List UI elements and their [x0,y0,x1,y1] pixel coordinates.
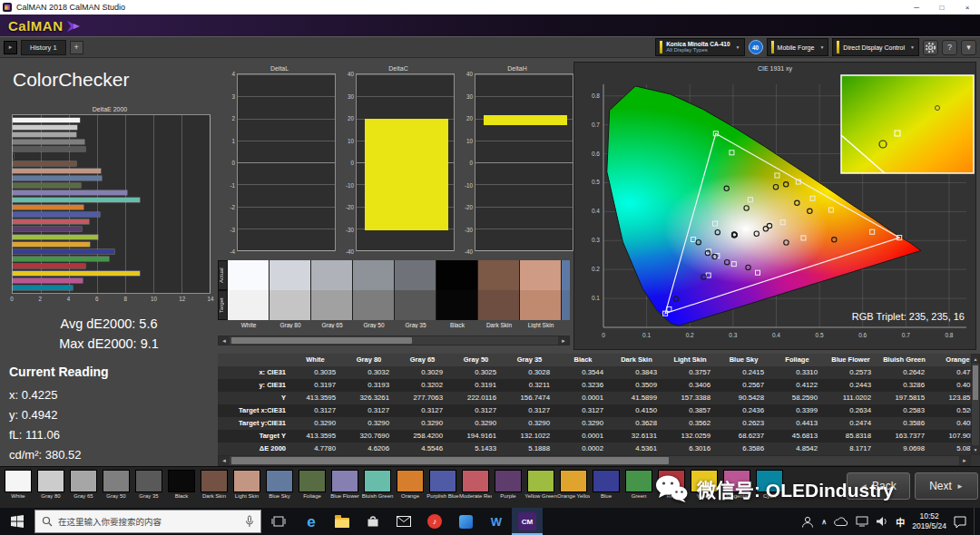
taskbar-app-mail[interactable] [388,508,419,535]
ime-indicator[interactable]: 中 [896,515,905,529]
table-h-scrollbar[interactable]: ◄ ► [218,455,971,466]
swatch-compare: Actual Target WhiteGray 80Gray 65Gray 50… [218,260,570,333]
close-button[interactable]: × [955,0,980,15]
minimize-button[interactable]: ─ [904,0,929,15]
taskbar-app-photos[interactable] [450,508,481,535]
microphone-icon[interactable] [245,515,254,528]
table-scroll-track[interactable] [230,456,959,465]
table-cell: 0.2573 [826,366,879,379]
patch-gray-80[interactable]: Gray 80 [34,470,67,508]
chart-bar [484,115,567,125]
swatch-pair-white[interactable]: White [228,260,270,333]
scroll-left-icon[interactable]: ◄ [219,336,230,345]
table-cell: 32.6131 [612,430,665,443]
swatch-pair-gray-80[interactable]: Gray 80 [270,260,311,333]
maximize-button[interactable]: □ [929,0,955,15]
patch-green[interactable]: Green [622,470,655,508]
taskbar-clock[interactable]: 10:52 2019/5/24 [912,511,946,530]
scroll-left-icon[interactable]: ◄ [219,456,230,465]
patch-gray-35[interactable]: Gray 35 [132,470,165,508]
taskbar-app-music[interactable]: ♪ [419,508,450,535]
people-button[interactable] [801,516,814,528]
table-cell: 0.3236 [558,379,612,392]
show-desktop-button[interactable] [974,508,977,535]
cie-chart-title: CIE 1931 xy [574,64,975,73]
source-selector[interactable]: Mobile Forge ▼ [767,38,829,56]
patch-white[interactable]: White [2,470,34,508]
action-center-button[interactable] [954,516,966,528]
patch-light-skin[interactable]: Light Skin [230,470,263,508]
patch-gray-65[interactable]: Gray 65 [67,470,100,508]
patch-purple[interactable]: Purple [492,470,524,508]
volume-button[interactable] [876,516,888,527]
patch-dark-skin[interactable]: Dark Skin [198,470,230,508]
table-scroll-thumb[interactable] [231,457,669,464]
chevron-down-icon[interactable]: ▼ [910,44,915,50]
display-control-selector[interactable]: Direct Display Control ▼ [832,38,919,56]
taskbar-app-word[interactable]: W [481,508,512,535]
scroll-up-icon[interactable]: ▲ [972,355,979,364]
cie-x-tick-label: 0.1 [642,332,651,338]
table-vscroll-thumb[interactable] [973,365,978,400]
patch-blue[interactable]: Blue [590,470,622,508]
collapse-button[interactable]: ▾ [961,40,976,55]
patch-black[interactable]: Black [165,470,198,508]
swatch-target [353,290,395,320]
swatch-scroll-thumb[interactable] [231,337,412,344]
task-view-button[interactable] [261,508,296,535]
patch-blue-sky[interactable]: Blue Sky [263,470,296,508]
swatch-pair-black[interactable]: Black [436,260,478,333]
next-button[interactable]: Next ► [915,472,978,500]
search-box[interactable]: 在这里输入你要搜索的内容 [34,510,261,533]
network-icon [856,516,868,527]
help-button[interactable]: ? [942,40,957,55]
swatch-scrollbar[interactable]: ◄ ► [218,336,570,345]
settings-button[interactable] [923,40,938,55]
swatch-pair-gray-50[interactable]: Gray 50 [353,260,395,333]
chart-gridline [357,74,454,75]
max-de2000: Max dE2000: 9.1 [0,336,218,351]
patch-bluish-green[interactable]: Bluish Green [361,470,394,508]
swatch-target [311,290,353,320]
meter-selector[interactable]: Konica Minolta CA-410 All Display Types … [655,38,744,56]
menu-button[interactable]: ▸ [4,41,17,54]
network-button[interactable] [856,516,868,527]
swatch-pair-light-skin[interactable]: Light Skin [520,260,562,333]
cie-svg: 00.10.20.30.40.50.60.70.80.10.20.30.40.5… [576,73,975,347]
swatch-pair-blue-sky[interactable]: Blue Sky [562,260,570,333]
taskbar-app-edge[interactable]: e [296,508,327,535]
patch-orange[interactable]: Orange [394,470,426,508]
patch-purplish-blue[interactable]: Purplish Blue [426,470,459,508]
patch-foliage[interactable]: Foliage [296,470,328,508]
de-bar-orange [13,205,83,209]
patch-gray-50[interactable]: Gray 50 [100,470,132,508]
scroll-down-icon[interactable]: ▼ [972,445,979,454]
patch-yellow-green[interactable]: Yellow Green [524,470,557,508]
patch-moderate-red[interactable]: Moderate Red [459,470,492,508]
add-page-button[interactable]: + [70,41,83,54]
table-cell: 0.4150 [612,404,665,417]
tab-history-1[interactable]: History 1 [21,40,66,55]
table-v-scrollbar[interactable]: ▲ ▼ [971,354,980,455]
chevron-down-icon[interactable]: ▼ [736,44,740,50]
de-bar-foliage [13,183,81,188]
table-cell: 0.3290 [451,417,505,430]
patch-blue-flower[interactable]: Blue Flower [328,470,361,508]
taskbar-app-calman[interactable]: CM [512,508,543,535]
swatch-pair-dark-skin[interactable]: Dark Skin [478,260,520,333]
chevron-down-icon[interactable]: ▼ [819,44,824,50]
y-tick-label: 20 [348,115,354,122]
swatch-scroll-track[interactable] [230,336,558,345]
swatch-pair-gray-35[interactable]: Gray 35 [395,260,436,333]
scroll-right-icon[interactable]: ► [959,456,970,465]
display-control-name: Direct Display Control [843,44,905,51]
swatch-pair-gray-65[interactable]: Gray 65 [311,260,353,333]
patch-orange-yellow[interactable]: Orange Yellow [557,470,590,508]
hidden-icons-button[interactable]: ∧ [821,518,827,526]
taskbar-app-store[interactable] [358,508,388,535]
start-button[interactable] [0,508,34,535]
onedrive-button[interactable] [834,517,848,527]
taskbar-app-file-explorer[interactable] [327,508,358,535]
scroll-right-icon[interactable]: ► [558,336,569,345]
cie-y-tick-label: 0.1 [592,295,600,301]
